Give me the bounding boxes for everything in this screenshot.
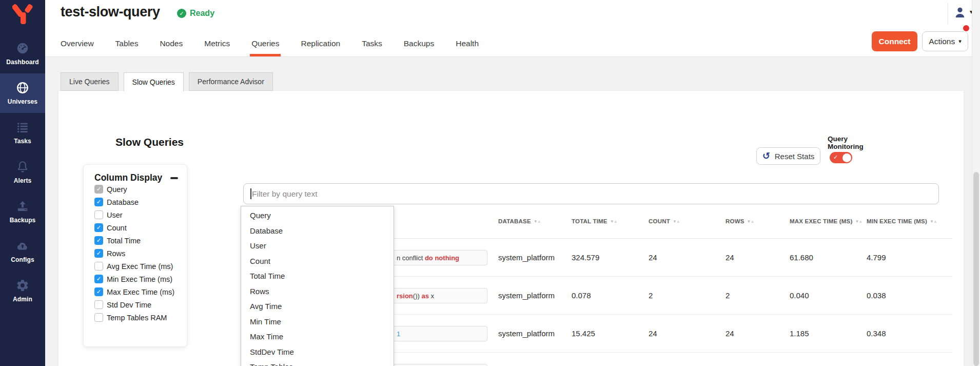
cloud-upload-icon (16, 239, 29, 253)
column-option-temp-tables-ram[interactable]: Temp Tables RAM (94, 313, 174, 322)
sort-icon: ▼▲ (534, 219, 541, 224)
query-fragment: n conflict do nothing (397, 254, 459, 261)
column-option-label: Min Exec Time (ms) (107, 275, 172, 283)
tab-health[interactable]: Health (456, 31, 479, 56)
dropdown-item-total-time[interactable]: Total Time (241, 268, 394, 284)
database-cell: system_platform (494, 291, 567, 300)
rows-cell: 24 (721, 253, 786, 262)
column-options-list: ✓Query✓DatabaseUser✓Count✓Total Time✓Row… (94, 185, 174, 326)
query-monitoring-toggle[interactable]: ✓ (830, 152, 852, 163)
sidebar-item-tasks[interactable]: Tasks (0, 113, 45, 152)
checkbox-icon[interactable]: ✓ (94, 275, 103, 283)
column-option-label: Rows (107, 249, 125, 258)
tab-backups[interactable]: Backups (404, 31, 434, 56)
subtab-slow-queries[interactable]: Slow Queries (124, 72, 184, 91)
rows-cell: 2 (721, 291, 786, 300)
column-option-user[interactable]: User (94, 210, 174, 219)
tab-tasks[interactable]: Tasks (362, 31, 382, 56)
tab-nodes[interactable]: Nodes (160, 31, 183, 56)
checkbox-icon[interactable]: ✓ (94, 198, 103, 206)
column-option-label: Count (107, 224, 127, 232)
checkbox-icon[interactable]: ✓ (94, 185, 103, 194)
header-max-exec-time[interactable]: MAX EXEC TIME (MS)▼▲ (786, 218, 863, 224)
dropdown-item-query[interactable]: Query (241, 208, 394, 223)
column-option-label: Std Dev Time (107, 301, 151, 309)
sort-icon: ▼▲ (855, 219, 862, 224)
dropdown-item-database[interactable]: Database (241, 223, 394, 239)
tab-replication[interactable]: Replication (301, 31, 340, 56)
count-cell: 24 (644, 329, 721, 338)
reset-stats-button[interactable]: ↺ Reset Stats (756, 147, 820, 165)
column-option-total-time[interactable]: ✓Total Time (94, 236, 174, 245)
checkbox-icon[interactable] (94, 313, 103, 322)
dropdown-item-stddev-time[interactable]: StdDev Time (241, 344, 394, 360)
tab-metrics[interactable]: Metrics (204, 31, 230, 56)
user-avatar-icon[interactable] (953, 6, 967, 19)
header-database[interactable]: DATABASE▼▲ (494, 218, 567, 224)
tab-queries[interactable]: Queries (251, 31, 279, 56)
column-option-std-dev-time[interactable]: Std Dev Time (94, 300, 174, 309)
dropdown-item-avg-time[interactable]: Avg Time (241, 299, 394, 314)
header-count[interactable]: COUNT▼▲ (644, 218, 721, 224)
database-cell: system_platform (494, 329, 567, 338)
reset-icon: ↺ (762, 151, 770, 161)
column-option-query[interactable]: ✓Query (94, 185, 174, 194)
top-header: test-slow-query ✓ Ready ▾ Connect Action… (45, 0, 980, 56)
tab-tables[interactable]: Tables (115, 31, 139, 56)
column-option-min-exec-time-ms-[interactable]: ✓Min Exec Time (ms) (94, 275, 174, 283)
dropdown-item-max-time[interactable]: Max Time (241, 329, 394, 344)
yugabyte-logo[interactable] (12, 4, 33, 26)
collapse-minus-icon[interactable] (170, 177, 178, 179)
column-option-count[interactable]: ✓Count (94, 223, 174, 232)
checkbox-icon[interactable]: ✓ (94, 223, 103, 232)
header-min-exec-time[interactable]: MIN EXEC TIME (MS)▼▲ (863, 218, 952, 224)
vertical-scrollbar[interactable] (972, 0, 980, 366)
checkbox-icon[interactable]: ✓ (94, 236, 103, 245)
sidebar-item-configs[interactable]: Configs (0, 232, 45, 271)
column-option-avg-exec-time-ms-[interactable]: Avg Exec Time (ms) (94, 262, 174, 271)
subtab-performance-advisor[interactable]: Performance Advisor (189, 72, 273, 91)
checkbox-icon[interactable]: ✓ (94, 287, 103, 296)
subtab-live-queries[interactable]: Live Queries (61, 72, 119, 91)
checkbox-icon[interactable] (94, 262, 103, 271)
checkbox-icon[interactable] (94, 210, 103, 219)
query-fragment: rsion()) as x (397, 292, 434, 299)
max-exec-time-cell: 1.185 (786, 329, 863, 338)
tab-overview[interactable]: Overview (61, 31, 94, 56)
sidebar-item-alerts[interactable]: Alerts (0, 152, 45, 192)
sidebar-nav: Dashboard Universes (0, 34, 45, 311)
dropdown-item-rows[interactable]: Rows (241, 284, 394, 299)
sidebar: Dashboard Universes (0, 0, 45, 366)
sidebar-item-label: Dashboard (6, 59, 39, 66)
bell-icon (16, 160, 29, 174)
universe-name: test-slow-query (61, 4, 160, 20)
scrollbar-thumb[interactable] (973, 172, 979, 366)
column-option-max-exec-time-ms-[interactable]: ✓Max Exec Time (ms) (94, 287, 174, 296)
actions-button[interactable]: Actions ▾ (922, 31, 968, 51)
filter-input[interactable] (243, 183, 939, 204)
sidebar-item-label: Universes (8, 98, 37, 105)
sidebar-item-admin[interactable]: Admin (0, 271, 45, 311)
sidebar-item-label: Configs (11, 256, 34, 263)
sidebar-item-universes[interactable]: Universes (0, 73, 45, 113)
dropdown-item-count[interactable]: Count (241, 254, 394, 269)
dropdown-item-user[interactable]: User (241, 238, 394, 254)
sidebar-item-backups[interactable]: Backups (0, 192, 45, 232)
column-option-database[interactable]: ✓Database (94, 198, 174, 206)
header-total-time[interactable]: TOTAL TIME▼▲ (567, 218, 644, 224)
checkbox-icon[interactable]: ✓ (94, 249, 103, 258)
query-filter (243, 183, 939, 204)
reset-stats-label: Reset Stats (775, 152, 815, 161)
column-option-rows[interactable]: ✓Rows (94, 249, 174, 258)
column-option-label: Avg Exec Time (ms) (107, 262, 173, 271)
dropdown-item-min-time[interactable]: Min Time (241, 314, 394, 330)
total-time-cell: 15.425 (567, 329, 644, 338)
checkbox-icon[interactable] (94, 300, 103, 309)
column-option-label: Total Time (107, 237, 141, 245)
connect-button[interactable]: Connect (872, 31, 917, 51)
text-caret (250, 188, 251, 199)
dropdown-item-temp-tables[interactable]: Temp Tables (241, 359, 394, 366)
sidebar-item-dashboard[interactable]: Dashboard (0, 34, 45, 73)
globe-icon (16, 81, 29, 94)
header-rows[interactable]: ROWS▼▲ (721, 218, 786, 224)
